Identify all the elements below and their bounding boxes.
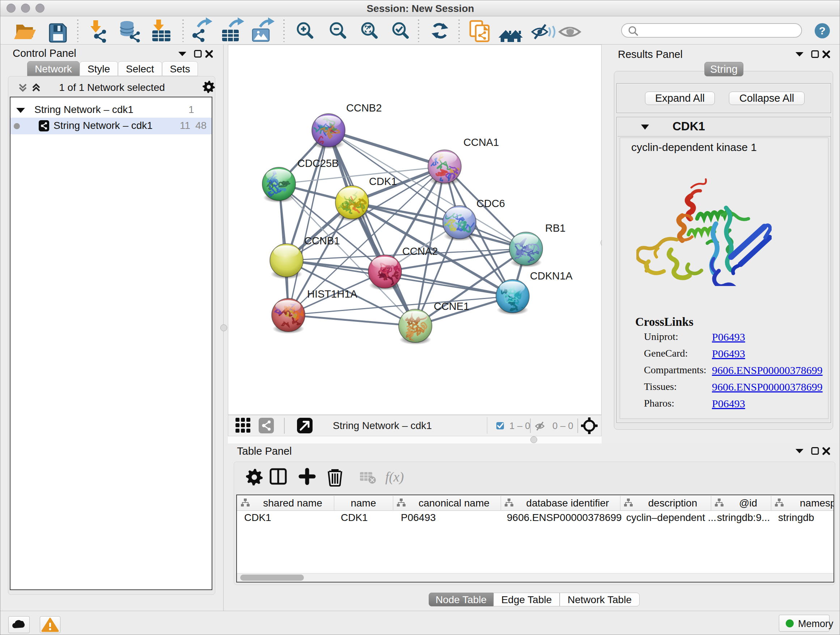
svg-text:CDC25B: CDC25B [297,157,339,169]
svg-text:CDKN1A: CDKN1A [530,270,573,282]
svg-text:CDK1: CDK1 [369,176,397,187]
svg-text:0 – 0: 0 – 0 [553,420,573,431]
svg-text:f(x): f(x) [385,470,404,485]
svg-text:CCNA2: CCNA2 [402,245,438,257]
svg-text:CDC6: CDC6 [477,198,505,209]
svg-text:1 – 0: 1 – 0 [509,420,531,431]
svg-text:HIST1H1A: HIST1H1A [307,288,357,300]
svg-text:CCNE1: CCNE1 [434,301,469,312]
svg-text:CCNB1: CCNB1 [304,235,340,247]
svg-text:CCNA1: CCNA1 [463,136,499,148]
svg-text:RB1: RB1 [545,222,565,234]
svg-text:CCNB2: CCNB2 [346,102,382,114]
